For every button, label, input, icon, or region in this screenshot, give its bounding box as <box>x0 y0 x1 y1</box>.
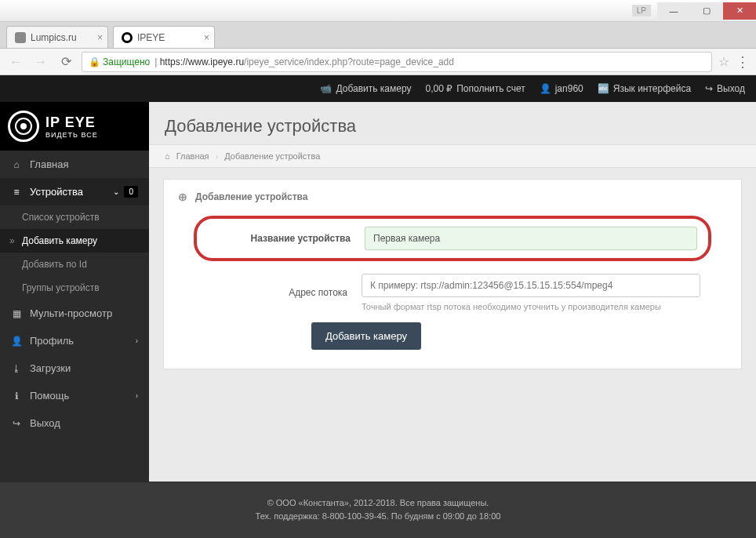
footer: © ООО «Константа», 2012-2018. Все права … <box>0 482 756 538</box>
camera-icon: 📹 <box>320 83 332 94</box>
chevron-down-icon: ⌄ <box>113 187 119 196</box>
sidebar-item-home[interactable]: ⌂ Главная <box>0 151 149 178</box>
browser-tab-lumpics[interactable]: Lumpics.ru × <box>6 26 108 48</box>
home-icon: ⌂ <box>165 151 170 161</box>
breadcrumb-current: Добавление устройства <box>224 151 320 161</box>
topbar-logout[interactable]: ↪ Выход <box>705 83 745 94</box>
window-minimize-button[interactable]: — <box>657 2 690 20</box>
chevron-right-icon: › <box>136 336 138 345</box>
window-titlebar: LP — ▢ ✕ <box>0 0 756 22</box>
plus-circle-icon: ⊕ <box>178 191 187 203</box>
sidebar-sub-device-list[interactable]: Список устройств <box>0 205 149 229</box>
breadcrumb: ⌂ Главная › Добавление устройства <box>149 144 756 168</box>
home-icon: ⌂ <box>11 159 22 170</box>
nav-back-button[interactable]: ← <box>6 53 25 71</box>
topbar-add-camera[interactable]: 📹 Добавить камеру <box>320 83 411 94</box>
logo-eye-icon <box>8 111 39 142</box>
logout-icon: ↪ <box>705 83 713 94</box>
secure-badge: 🔒 Защищено <box>89 56 150 67</box>
tab-close-icon[interactable]: × <box>204 32 209 43</box>
sidebar-item-devices[interactable]: ≡ Устройства ⌄ 0 <box>0 178 149 205</box>
topbar-balance[interactable]: 0,00 ₽ Пополнить счет <box>425 83 525 94</box>
favicon-icon <box>15 32 26 43</box>
logo-sub-text: ВИДЕТЬ ВСЕ <box>45 131 98 139</box>
sidebar-item-multiview[interactable]: ▦ Мульти-просмотр <box>0 300 149 327</box>
user-icon: 👤 <box>540 83 551 94</box>
topbar-user[interactable]: 👤 jan960 <box>540 83 583 94</box>
favicon-icon <box>122 32 133 43</box>
tab-title: Lumpics.ru <box>31 32 77 43</box>
topbar-language[interactable]: 🔤 Язык интерфейса <box>598 83 691 94</box>
user-icon: 👤 <box>11 336 22 347</box>
browser-menu-icon[interactable]: ⋮ <box>736 53 750 71</box>
device-name-label: Название устройства <box>208 233 365 244</box>
window-maximize-button[interactable]: ▢ <box>690 2 723 20</box>
nav-forward-button[interactable]: → <box>31 53 50 71</box>
sidebar-item-downloads[interactable]: ⭳ Загрузки <box>0 354 149 382</box>
logout-icon: ↪ <box>11 418 22 429</box>
window-marker: LP <box>632 5 651 16</box>
globe-icon: 🔤 <box>598 83 609 94</box>
stream-address-input[interactable] <box>362 274 700 297</box>
page-title: Добавление устройства <box>165 116 740 136</box>
tab-title: IPEYE <box>137 32 165 43</box>
browser-tabstrip: Lumpics.ru × IPEYE × <box>0 22 756 49</box>
content-area: Добавление устройства ⌂ Главная › Добавл… <box>149 102 756 538</box>
app-body: IP EYE ВИДЕТЬ ВСЕ ⌂ Главная ≡ Устройства… <box>0 102 756 538</box>
download-icon: ⭳ <box>11 363 22 374</box>
list-icon: ≡ <box>11 187 22 198</box>
chevron-right-icon: › <box>216 151 219 161</box>
stream-address-label: Адрес потока <box>205 287 362 298</box>
stream-hint: Точный формат rtsp потока необходимо уто… <box>362 302 700 311</box>
footer-support: Тех. поддержка: 8-800-100-39-45. По будн… <box>0 510 756 524</box>
browser-tab-ipeye[interactable]: IPEYE × <box>113 26 215 48</box>
url-input[interactable]: 🔒 Защищено | https://www.ipeye.ru /ipeye… <box>82 52 712 72</box>
sidebar-sub-add-camera[interactable]: Добавить камеру <box>0 229 149 253</box>
sidebar: IP EYE ВИДЕТЬ ВСЕ ⌂ Главная ≡ Устройства… <box>0 102 149 538</box>
lock-icon: 🔒 <box>89 56 100 67</box>
tab-close-icon[interactable]: × <box>97 32 103 43</box>
sidebar-sub-add-by-id[interactable]: Добавить по Id <box>0 253 149 276</box>
breadcrumb-home[interactable]: Главная <box>176 151 209 161</box>
logo-main-text: IP EYE <box>45 115 98 131</box>
url-host: https://www.ipeye.ru <box>160 56 244 67</box>
window-close-button[interactable]: ✕ <box>723 2 756 20</box>
nav-reload-button[interactable]: ⟳ <box>56 53 75 71</box>
highlighted-field: Название устройства <box>194 216 711 261</box>
devices-count-badge: 0 <box>124 186 138 198</box>
bookmark-star-icon[interactable]: ☆ <box>718 54 729 69</box>
sidebar-item-profile[interactable]: 👤 Профиль › <box>0 327 149 354</box>
sidebar-item-help[interactable]: ℹ Помощь › <box>0 382 149 409</box>
footer-copyright: © ООО «Константа», 2012-2018. Все права … <box>0 496 756 511</box>
app-topbar: 📹 Добавить камеру 0,00 ₽ Пополнить счет … <box>0 75 756 102</box>
form-card: ⊕ Добавление устройства Название устройс… <box>163 179 742 369</box>
card-title: Добавление устройства <box>195 191 308 202</box>
logo[interactable]: IP EYE ВИДЕТЬ ВСЕ <box>0 102 149 151</box>
sidebar-item-logout[interactable]: ↪ Выход <box>0 409 149 437</box>
device-name-input[interactable] <box>365 227 697 250</box>
chevron-right-icon: › <box>136 391 138 400</box>
sidebar-sub-device-groups[interactable]: Группы устройств <box>0 276 149 300</box>
url-path: /ipeye_service/index.php?route=page_devi… <box>244 56 454 67</box>
add-camera-button[interactable]: Добавить камеру <box>311 322 421 350</box>
info-icon: ℹ <box>11 391 22 402</box>
browser-addressbar: ← → ⟳ 🔒 Защищено | https://www.ipeye.ru … <box>0 49 756 75</box>
grid-icon: ▦ <box>11 308 22 319</box>
